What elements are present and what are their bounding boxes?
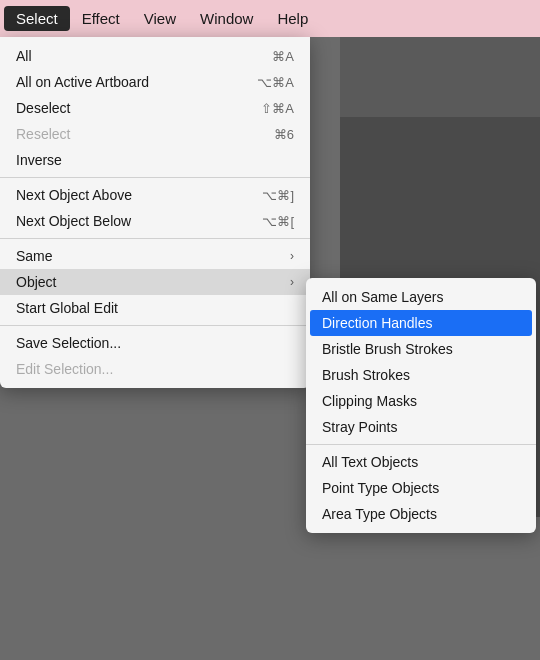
submenu-item-clipping-masks[interactable]: Clipping Masks (306, 388, 536, 414)
menu-item-next-object-below[interactable]: Next Object Below ⌥⌘[ (0, 208, 310, 234)
menu-item-edit-selection: Edit Selection... (0, 356, 310, 382)
select-dropdown-menu: All ⌘A All on Active Artboard ⌥⌘A Desele… (0, 37, 310, 388)
submenu-item-brush-strokes[interactable]: Brush Strokes (306, 362, 536, 388)
menu-item-save-selection[interactable]: Save Selection... (0, 330, 310, 356)
separator-2 (0, 238, 310, 239)
submenu-item-area-type-objects[interactable]: Area Type Objects (306, 501, 536, 527)
menu-item-all-on-active-artboard[interactable]: All on Active Artboard ⌥⌘A (0, 69, 310, 95)
menu-item-deselect[interactable]: Deselect ⇧⌘A (0, 95, 310, 121)
menu-item-object[interactable]: Object › (0, 269, 310, 295)
menubar-item-effect[interactable]: Effect (70, 6, 132, 31)
menu-item-reselect: Reselect ⌘6 (0, 121, 310, 147)
menubar-item-help[interactable]: Help (265, 6, 320, 31)
menu-item-inverse[interactable]: Inverse (0, 147, 310, 173)
submenu-item-direction-handles[interactable]: Direction Handles (310, 310, 532, 336)
bg-panel-top (340, 37, 540, 117)
menu-item-start-global-edit[interactable]: Start Global Edit (0, 295, 310, 321)
menu-item-same[interactable]: Same › (0, 243, 310, 269)
menu-item-next-object-above[interactable]: Next Object Above ⌥⌘] (0, 182, 310, 208)
menubar-item-view[interactable]: View (132, 6, 188, 31)
menubar-item-select[interactable]: Select (4, 6, 70, 31)
submenu-item-stray-points[interactable]: Stray Points (306, 414, 536, 440)
separator-1 (0, 177, 310, 178)
submenu-item-bristle-brush-strokes[interactable]: Bristle Brush Strokes (306, 336, 536, 362)
submenu-item-all-on-same-layers[interactable]: All on Same Layers (306, 284, 536, 310)
menubar: Select Effect View Window Help (0, 0, 540, 37)
separator-3 (0, 325, 310, 326)
menu-item-all[interactable]: All ⌘A (0, 43, 310, 69)
object-submenu: All on Same Layers Direction Handles Bri… (306, 278, 536, 533)
menubar-item-window[interactable]: Window (188, 6, 265, 31)
submenu-item-all-text-objects[interactable]: All Text Objects (306, 449, 536, 475)
submenu-item-point-type-objects[interactable]: Point Type Objects (306, 475, 536, 501)
submenu-separator-1 (306, 444, 536, 445)
